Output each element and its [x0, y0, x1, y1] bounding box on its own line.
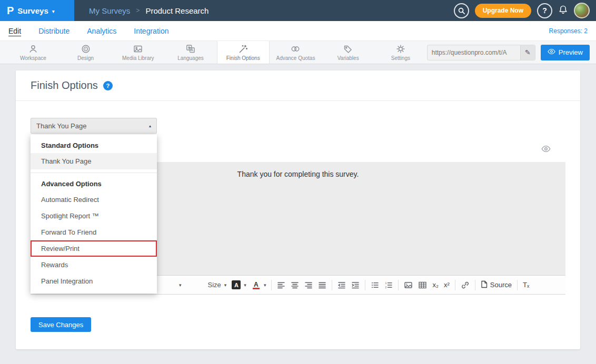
align-center-icon[interactable] [291, 281, 299, 289]
tag-icon [343, 44, 353, 54]
menu-item-automatic-redirect[interactable]: Automatic Redirect [31, 191, 157, 208]
font-dropdown-caret-icon[interactable]: ▾ [179, 282, 182, 288]
toolbar-separator [271, 280, 272, 290]
link-icon[interactable] [461, 281, 470, 289]
indent-icon[interactable] [351, 281, 360, 289]
preview-label: Preview [559, 48, 583, 56]
align-justify-icon[interactable] [318, 281, 326, 289]
questionpro-logo: P [7, 5, 14, 17]
breadcrumb-separator: > [136, 7, 140, 14]
selected-option-label: Thank You Page [36, 122, 86, 130]
tab-integration[interactable]: Integration [134, 27, 168, 35]
numbered-list-icon[interactable]: 1 2 [384, 281, 393, 289]
help-icon[interactable]: ? [103, 81, 113, 90]
surveys-menu[interactable]: P Surveys ▾ [0, 0, 74, 21]
toolbar-item-label: Advance Quotas [276, 55, 315, 61]
menu-divider [31, 173, 157, 173]
source-label: Source [490, 281, 512, 289]
menu-group-header: Advanced Options [31, 174, 157, 191]
background-color-icon: A [232, 280, 241, 289]
toolbar-item-workspace[interactable]: Workspace [7, 41, 59, 64]
question-icon: ? [542, 6, 547, 15]
toolbar-right: ✎ Preview [427, 41, 596, 64]
toolbar-separator [398, 280, 399, 290]
menu-item-thank-you-page[interactable]: Thank You Page [31, 153, 157, 169]
size-dropdown[interactable]: Size ▾ [208, 281, 227, 289]
superscript-icon[interactable]: x² [444, 281, 450, 289]
design-icon [81, 44, 91, 54]
main-area: Finish Options ? Thank You Page ▴ Standa… [0, 64, 596, 364]
toolbar-item-media-library[interactable]: Media Library [112, 41, 164, 64]
breadcrumb: My Surveys > Product Research [89, 6, 208, 15]
finish-option-select[interactable]: Thank You Page ▴ [31, 118, 157, 134]
chevron-down-icon: ▾ [264, 282, 266, 288]
edit-url-button[interactable]: ✎ [520, 45, 535, 60]
bulleted-list-icon[interactable] [371, 281, 379, 289]
media-library-icon [133, 44, 143, 54]
menu-item-panel-integration[interactable]: Panel Integration [31, 273, 157, 289]
tab-edit[interactable]: Edit [8, 27, 21, 35]
toolbar-separator [332, 280, 332, 290]
avatar[interactable] [574, 3, 590, 18]
toolbar-item-label: Media Library [122, 55, 154, 61]
survey-url-box: ✎ [427, 45, 535, 60]
finish-options-card: Finish Options ? Thank You Page ▴ Standa… [16, 70, 580, 349]
remove-format-icon[interactable]: Tₓ [523, 281, 529, 289]
chevron-down-icon: ▾ [244, 282, 246, 288]
page-title: Finish Options [31, 79, 98, 92]
tab-distribute[interactable]: Distribute [38, 27, 69, 35]
editor-visibility-toggle[interactable] [541, 145, 551, 155]
topbar-actions: Upgrade Now ? [454, 3, 596, 18]
svg-text:A: A [191, 48, 194, 52]
align-left-icon[interactable] [277, 281, 285, 289]
toolbar-item-label: Design [77, 55, 94, 61]
save-changes-button[interactable]: Save Changes [31, 317, 91, 332]
caret-up-icon: ▴ [149, 124, 151, 128]
text-color-picker[interactable]: A ▾ [252, 280, 266, 289]
upgrade-now-button[interactable]: Upgrade Now [475, 4, 531, 18]
workspace-icon [28, 44, 38, 54]
size-label: Size [208, 281, 221, 289]
eye-icon [541, 145, 551, 155]
languages-icon: A [185, 44, 196, 54]
tab-analytics[interactable]: Analytics [87, 27, 116, 35]
product-name: Surveys [17, 6, 48, 15]
menu-group-header: Standard Options [31, 136, 157, 153]
source-button[interactable]: Source [481, 280, 512, 290]
toolbar-item-variables[interactable]: Variables [322, 41, 374, 64]
toolbar-separator [517, 280, 518, 290]
subscript-icon[interactable]: x₂ [432, 281, 439, 289]
svg-text:2: 2 [385, 285, 387, 288]
search-button[interactable] [454, 3, 469, 18]
notifications-button[interactable] [558, 5, 568, 16]
help-button[interactable]: ? [537, 3, 552, 18]
nav-tabs: Edit Distribute Analytics Integration Re… [0, 21, 596, 41]
background-color-picker[interactable]: A ▾ [232, 280, 246, 289]
outdent-icon[interactable] [337, 281, 346, 289]
toolbar-item-label: Settings [391, 55, 410, 61]
svg-text:1: 1 [385, 281, 387, 284]
menu-item-spotlight-report[interactable]: Spotlight Report ™ [31, 208, 157, 224]
magic-wand-icon [238, 44, 249, 54]
bell-icon [558, 5, 568, 16]
insert-table-icon[interactable] [418, 281, 427, 289]
toolbar-item-label: Languages [177, 55, 204, 61]
toolbar-item-advance-quotas[interactable]: Advance Quotas [270, 41, 322, 64]
menu-item-rewards[interactable]: Rewards [31, 257, 157, 273]
toolbar-item-settings[interactable]: Settings [374, 41, 427, 64]
insert-image-icon[interactable] [404, 281, 413, 289]
eye-icon [548, 48, 555, 56]
toolbar-item-design[interactable]: Design [59, 41, 112, 64]
finish-option-menu: Standard Options Thank You Page Advanced… [31, 135, 157, 294]
toolbar-separator [365, 280, 365, 290]
align-right-icon[interactable] [304, 281, 313, 289]
preview-button[interactable]: Preview [541, 45, 590, 60]
toolbar-item-label: Finish Options [226, 55, 260, 61]
menu-item-forward-to-friend[interactable]: Forward To Friend [31, 224, 157, 240]
toolbar-item-finish-options[interactable]: Finish Options [217, 41, 270, 64]
survey-url-input[interactable] [428, 49, 520, 56]
responses-count[interactable]: Responses: 2 [549, 27, 588, 35]
toolbar-item-languages[interactable]: A Languages [164, 41, 217, 64]
menu-item-review-print[interactable]: Review/Print [31, 240, 157, 257]
breadcrumb-my-surveys[interactable]: My Surveys [89, 6, 130, 15]
